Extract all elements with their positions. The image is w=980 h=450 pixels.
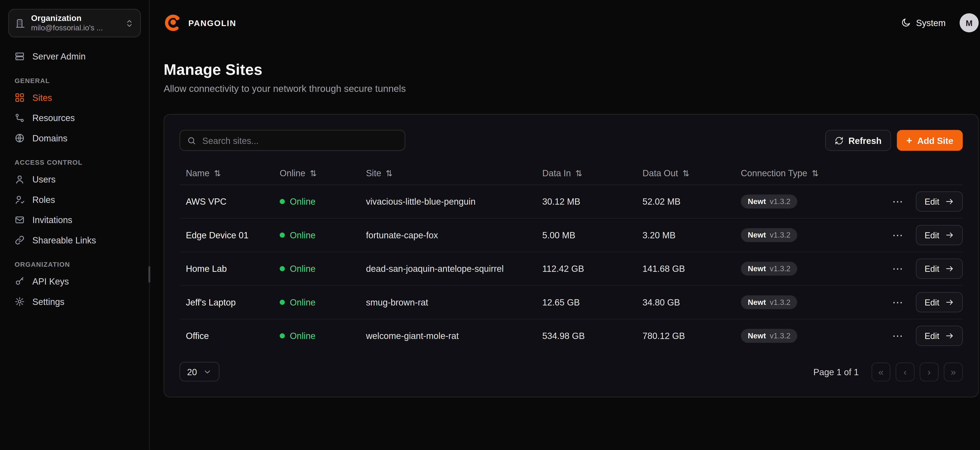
last-page-button[interactable]: » bbox=[944, 362, 963, 381]
online-dot-icon bbox=[280, 199, 285, 204]
column-header-name[interactable]: Name⇅ bbox=[180, 168, 280, 178]
column-header-connection-type[interactable]: Connection Type⇅ bbox=[741, 168, 880, 178]
row-menu-button[interactable]: ⋯ bbox=[889, 262, 906, 275]
sidebar-nav: Server Admin GENERAL Sites Resources Do bbox=[8, 46, 141, 312]
sidebar-item-settings[interactable]: Settings bbox=[8, 292, 141, 312]
page-header: Manage Sites Allow connectivity to your … bbox=[164, 61, 978, 94]
column-label: Name bbox=[186, 168, 210, 178]
theme-toggle[interactable]: System bbox=[901, 18, 946, 28]
edit-button[interactable]: Edit bbox=[916, 225, 963, 246]
page-size-value: 20 bbox=[187, 367, 197, 377]
sidebar-item-sites[interactable]: Sites bbox=[8, 87, 141, 108]
table-row: Edge Device 01 Online fortunate-cape-fox… bbox=[180, 218, 963, 252]
org-title: Organization bbox=[31, 13, 119, 24]
search-input[interactable] bbox=[201, 135, 398, 146]
page-info: Page 1 of 1 bbox=[813, 367, 859, 377]
status-label: Online bbox=[290, 264, 315, 274]
connection-type-cell: Newtv1.3.2 bbox=[741, 329, 880, 343]
site-name: Home Lab bbox=[180, 264, 280, 274]
refresh-button[interactable]: Refresh bbox=[825, 130, 891, 151]
sidebar-item-domains[interactable]: Domains bbox=[8, 128, 141, 149]
connection-version: v1.3.2 bbox=[770, 197, 791, 206]
sidebar-item-server-admin[interactable]: Server Admin bbox=[8, 46, 141, 67]
sort-icon: ⇅ bbox=[575, 168, 582, 178]
data-in: 112.42 GB bbox=[542, 264, 643, 274]
section-label-general: GENERAL bbox=[14, 77, 134, 84]
search-box bbox=[180, 130, 405, 151]
sidebar-item-invitations[interactable]: Invitations bbox=[8, 210, 141, 230]
brand[interactable]: PANGOLIN bbox=[164, 13, 236, 32]
globe-icon bbox=[14, 133, 25, 143]
site-slug: dead-san-joaquin-antelope-squirrel bbox=[366, 264, 542, 274]
edit-button[interactable]: Edit bbox=[916, 258, 963, 279]
edit-button[interactable]: Edit bbox=[916, 191, 963, 212]
sidebar-item-label: Domains bbox=[32, 134, 67, 143]
row-menu-button[interactable]: ⋯ bbox=[889, 195, 906, 208]
table-row: Jeff's Laptop Online smug-brown-rat 12.6… bbox=[180, 285, 963, 319]
edit-label: Edit bbox=[924, 264, 939, 274]
page-subtitle: Allow connectivity to your network throu… bbox=[164, 83, 978, 94]
section-label-organization: ORGANIZATION bbox=[14, 260, 134, 268]
sidebar-item-roles[interactable]: Roles bbox=[8, 190, 141, 210]
online-status: Online bbox=[280, 264, 366, 274]
sidebar-item-users[interactable]: Users bbox=[8, 169, 141, 190]
edit-button[interactable]: Edit bbox=[916, 326, 963, 346]
connection-version: v1.3.2 bbox=[770, 331, 791, 340]
row-menu-button[interactable]: ⋯ bbox=[889, 296, 906, 309]
column-header-data-out[interactable]: Data Out⇅ bbox=[643, 168, 741, 178]
table-row: Office Online welcome-giant-mole-rat 534… bbox=[180, 319, 963, 352]
connection-version: v1.3.2 bbox=[770, 231, 791, 239]
org-switcher[interactable]: Organization milo@fossorial.io's ... bbox=[8, 9, 141, 37]
topbar-right: System M bbox=[901, 13, 978, 32]
next-page-button[interactable]: › bbox=[920, 362, 939, 381]
row-menu-button[interactable]: ⋯ bbox=[889, 228, 906, 242]
edit-label: Edit bbox=[924, 331, 939, 341]
sidebar-item-label: Resources bbox=[32, 113, 75, 122]
site-slug: smug-brown-rat bbox=[366, 297, 542, 307]
sidebar-item-shareable-links[interactable]: Shareable Links bbox=[8, 230, 141, 250]
online-dot-icon bbox=[280, 266, 285, 271]
sidebar-scrollbar-thumb[interactable] bbox=[148, 266, 150, 282]
page-size-select[interactable]: 20 bbox=[180, 362, 220, 382]
first-page-button[interactable]: « bbox=[872, 362, 891, 381]
edit-label: Edit bbox=[924, 230, 939, 240]
sidebar-item-resources[interactable]: Resources bbox=[8, 108, 141, 128]
row-menu-button[interactable]: ⋯ bbox=[889, 329, 906, 342]
column-label: Online bbox=[280, 168, 305, 178]
online-dot-icon bbox=[280, 333, 285, 338]
grid-icon bbox=[14, 92, 25, 103]
gear-icon bbox=[14, 296, 25, 307]
sidebar-item-label: API Keys bbox=[32, 277, 69, 286]
row-actions: ⋯ Edit bbox=[880, 191, 963, 212]
topbar: PANGOLIN System M bbox=[164, 0, 978, 33]
sidebar-item-label: Shareable Links bbox=[32, 236, 96, 245]
site-slug: welcome-giant-mole-rat bbox=[366, 331, 542, 341]
org-switcher-texts: Organization milo@fossorial.io's ... bbox=[31, 13, 119, 33]
column-header-site[interactable]: Site⇅ bbox=[366, 168, 542, 178]
column-header-online[interactable]: Online⇅ bbox=[280, 168, 366, 178]
table-row: AWS VPC Online vivacious-little-blue-pen… bbox=[180, 184, 963, 218]
moon-icon bbox=[901, 18, 911, 28]
connection-type-cell: Newtv1.3.2 bbox=[741, 261, 880, 276]
chevron-down-icon bbox=[203, 367, 212, 376]
connection-version: v1.3.2 bbox=[770, 298, 791, 307]
brand-name: PANGOLIN bbox=[188, 18, 236, 28]
column-header-data-in[interactable]: Data In⇅ bbox=[542, 168, 643, 178]
add-site-label: Add Site bbox=[917, 135, 953, 146]
sidebar-item-label: Invitations bbox=[32, 215, 72, 224]
pagination: « ‹ › » bbox=[872, 362, 963, 381]
row-actions: ⋯ Edit bbox=[880, 225, 963, 246]
site-name: Jeff's Laptop bbox=[180, 297, 280, 307]
previous-page-button[interactable]: ‹ bbox=[896, 362, 915, 381]
connection-type-cell: Newtv1.3.2 bbox=[741, 195, 880, 208]
sidebar-item-api-keys[interactable]: API Keys bbox=[8, 271, 141, 292]
sidebar-item-label: Users bbox=[32, 175, 56, 184]
pangolin-logo-icon bbox=[164, 13, 183, 32]
key-icon bbox=[14, 276, 25, 287]
data-out: 3.20 MB bbox=[643, 230, 741, 240]
section-label-access-control: ACCESS CONTROL bbox=[14, 158, 134, 166]
plus-icon: + bbox=[906, 135, 912, 146]
edit-button[interactable]: Edit bbox=[916, 292, 963, 312]
add-site-button[interactable]: + Add Site bbox=[897, 130, 963, 151]
avatar[interactable]: M bbox=[959, 13, 978, 32]
